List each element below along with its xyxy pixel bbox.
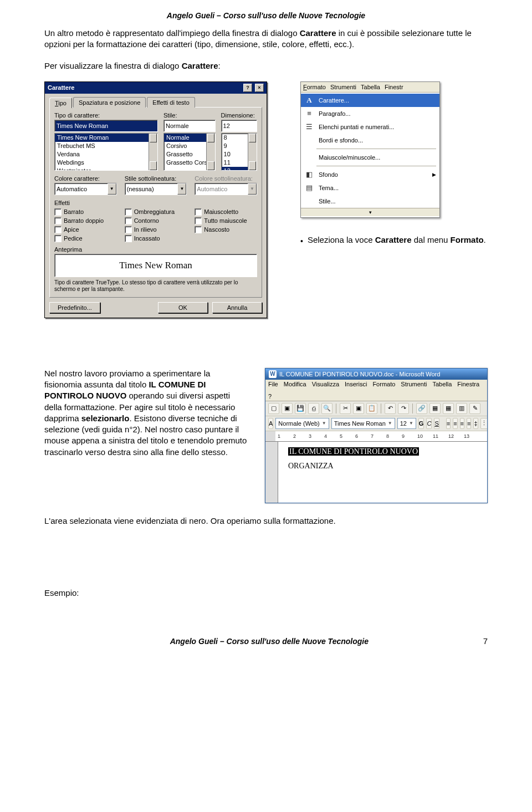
justify-icon[interactable]: ≡ — [467, 418, 471, 429]
checkbox-nascosto[interactable]: Nascosto — [195, 226, 257, 234]
scrollbar[interactable] — [149, 134, 157, 170]
menu-finestra[interactable]: Finestr — [385, 84, 403, 90]
numbering-icon[interactable]: ⋮≡ — [480, 418, 487, 429]
style-combo[interactable]: Normale (Web)▼ — [275, 418, 329, 429]
paragraph-icon: ≡ — [303, 109, 315, 119]
style-input[interactable]: Normale — [163, 120, 216, 132]
list-item[interactable]: Verdana — [55, 150, 157, 159]
menu-item-carattere[interactable]: A Carattere... — [301, 94, 439, 107]
horizontal-ruler[interactable]: 12345678910111213 — [265, 431, 487, 442]
menu-file[interactable]: File — [268, 381, 278, 387]
checkbox-pedice[interactable]: Pedice — [54, 234, 117, 243]
checkbox-apice[interactable]: Apice — [54, 226, 117, 234]
checkbox-maiuscoletto[interactable]: Maiuscoletto — [195, 208, 257, 216]
page-number: 7 — [483, 636, 488, 646]
list-item[interactable]: Trebuchet MS — [55, 142, 157, 150]
checkbox-contorno[interactable]: Contorno — [125, 217, 187, 225]
predefinito-button[interactable]: Predefinito... — [49, 302, 100, 313]
menu-formato[interactable]: Formato — [303, 84, 326, 90]
list-item[interactable]: Westminster — [55, 167, 157, 171]
align-center-icon[interactable]: ≡ — [453, 418, 457, 429]
paste-icon[interactable]: 📋 — [366, 403, 377, 414]
menu-item-elenchi[interactable]: ☰ Elenchi puntati e numerati... — [301, 120, 439, 134]
help-button[interactable]: ? — [243, 84, 252, 92]
bucket-icon: ◧ — [303, 170, 315, 180]
menu-tabella[interactable]: Tabella — [432, 381, 452, 387]
menu-item-maiuscole[interactable]: Maiuscole/minuscole... — [301, 151, 439, 164]
menu-item-sfondo[interactable]: ◧ Sfondo ▶ — [301, 168, 439, 181]
checkbox-barrato[interactable]: Barrato — [54, 208, 117, 216]
underline-button[interactable]: S — [434, 418, 439, 429]
close-button[interactable]: × — [255, 84, 264, 92]
menu-help[interactable]: ? — [268, 393, 272, 400]
bold-button[interactable]: G — [418, 418, 424, 429]
menu-strumenti[interactable]: Strumenti — [401, 381, 427, 387]
menu-item-tema[interactable]: ▤ Tema... — [301, 181, 439, 195]
size-list[interactable]: 8 9 10 11 12 — [221, 133, 257, 171]
save-icon[interactable]: 💾 — [295, 403, 306, 414]
redo-icon[interactable]: ↷ — [398, 403, 409, 414]
line-spacing-icon[interactable]: ‡ — [473, 418, 478, 429]
hyperlink-icon[interactable]: 🔗 — [416, 403, 427, 414]
menu-finestra[interactable]: Finestra — [457, 381, 479, 387]
italic-button[interactable]: C — [426, 418, 432, 429]
menu-item-stile[interactable]: Stile... — [301, 195, 439, 208]
menu-strumenti[interactable]: Strumenti — [330, 84, 356, 90]
theme-icon: ▤ — [303, 183, 315, 193]
menu-modifica[interactable]: Modifica — [284, 381, 306, 387]
ok-button[interactable]: OK — [158, 302, 208, 313]
checkbox-barrato-doppio[interactable]: Barrato doppio — [54, 217, 117, 225]
underline-style-combo[interactable]: (nessuna)▼ — [125, 183, 187, 195]
menu-item-paragrafo[interactable]: ≡ Paragrafo... — [301, 107, 439, 120]
checkbox-rilievo[interactable]: In rilievo — [125, 226, 187, 234]
tab-tipo[interactable]: TTipoipo — [49, 98, 72, 108]
copy-icon[interactable]: ▣ — [353, 403, 364, 414]
list-item[interactable]: Webdings — [55, 159, 157, 167]
annulla-button[interactable]: Annulla — [212, 302, 262, 313]
undo-icon[interactable]: ↶ — [385, 403, 396, 414]
size-combo[interactable]: 12▼ — [397, 418, 416, 429]
menu-item-bordi[interactable]: Bordi e sfondo... — [301, 134, 439, 147]
tab-spaziatura[interactable]: Spaziatura e posizione — [73, 97, 146, 108]
checkbox-tutto-maiuscole[interactable]: Tutto maiuscole — [195, 217, 257, 225]
dialog-titlebar: Carattere ? × — [45, 82, 267, 94]
size-input[interactable]: 12 — [221, 120, 257, 132]
print-icon[interactable]: ⎙ — [308, 403, 319, 414]
font-a-icon: A — [303, 95, 315, 105]
columns-icon[interactable]: ▥ — [456, 403, 467, 414]
align-left-icon[interactable]: ≡ — [446, 418, 451, 429]
font-combo[interactable]: Times New Roman▼ — [331, 418, 395, 429]
menu-inserisci[interactable]: Inserisci — [345, 381, 367, 387]
color-combo[interactable]: Automatico▼ — [54, 183, 117, 195]
scrollbar[interactable] — [206, 134, 215, 170]
align-right-icon[interactable]: ≡ — [460, 418, 464, 429]
label-anteprima: Anteprima — [54, 246, 257, 253]
tables-icon[interactable]: ▦ — [429, 403, 441, 414]
esempio-label: Esempio: — [44, 588, 488, 599]
preview-icon[interactable]: 🔍 — [321, 403, 332, 414]
checkbox-ombreggiatura[interactable]: Ombreggiatura — [125, 208, 187, 216]
menubar: Formato Strumenti Tabella Finestr — [301, 82, 439, 93]
vertical-ruler[interactable] — [265, 442, 278, 503]
list-item[interactable]: Times New Roman — [55, 134, 157, 142]
word-title: IL COMUNE DI PONTIROLO NUOVO.doc - Micro… — [279, 371, 440, 377]
text-bold: Carattere — [375, 235, 412, 244]
style-list[interactable]: Normale Corsivo Grassetto Grassetto Cors… — [163, 133, 216, 171]
open-icon[interactable]: ▣ — [282, 403, 293, 414]
menu-formato[interactable]: Formato — [372, 381, 395, 387]
insert-table-icon[interactable]: ▦ — [443, 403, 454, 414]
drawing-icon[interactable]: ✎ — [469, 403, 480, 414]
chevron-down-icon: ▼ — [248, 183, 257, 195]
tab-effetti-testo[interactable]: Effetti di testo — [147, 97, 195, 108]
new-doc-icon[interactable]: ▢ — [268, 403, 279, 414]
cut-icon[interactable]: ✂ — [340, 403, 351, 414]
checkbox-incassato[interactable]: Incassato — [125, 234, 187, 243]
styles-icon[interactable]: A — [268, 418, 273, 429]
scrollbar[interactable] — [248, 134, 257, 170]
menu-tabella[interactable]: Tabella — [361, 84, 380, 90]
menu-visualizza[interactable]: Visualizza — [312, 381, 339, 387]
menu-expand-icon[interactable]: ▾ — [301, 208, 439, 216]
font-name-input[interactable]: Times New Roman — [54, 120, 158, 132]
font-list[interactable]: Times New Roman Trebuchet MS Verdana Web… — [54, 133, 158, 171]
document-area[interactable]: IL COMUNE DI PONTIROLO NUOVO ORGANIZZA — [278, 442, 487, 503]
